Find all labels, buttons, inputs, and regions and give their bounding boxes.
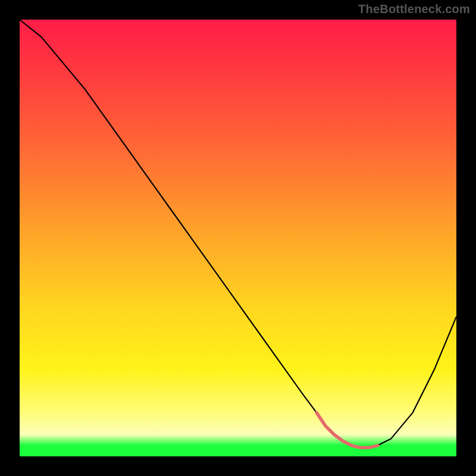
optimal-region-highlight — [317, 413, 378, 448]
chart-frame: TheBottleneck.com — [0, 0, 476, 476]
bottleneck-curve — [20, 20, 456, 447]
gradient-plot-area — [20, 20, 456, 456]
watermark-text: TheBottleneck.com — [358, 2, 470, 16]
curve-svg — [20, 20, 456, 456]
